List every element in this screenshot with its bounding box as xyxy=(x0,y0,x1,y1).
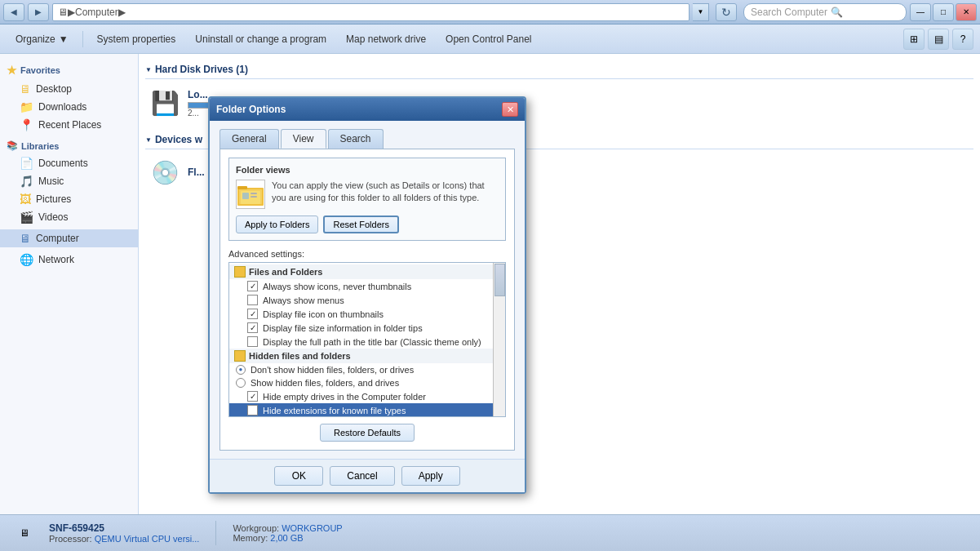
checkbox-file-size-info[interactable] xyxy=(247,322,258,333)
folder-views-description: You can apply the view (such as Details … xyxy=(272,180,499,205)
device-name: Fl... xyxy=(188,167,205,178)
tab-search[interactable]: Search xyxy=(328,129,384,149)
advanced-settings-list[interactable]: Files and Folders Always show icons, nev… xyxy=(228,262,506,417)
checkbox-file-icon-thumbnails[interactable] xyxy=(247,309,258,319)
sidebar-item-desktop[interactable]: 🖥 Desktop xyxy=(0,80,138,98)
libraries-icon: 📚 xyxy=(7,140,18,151)
checkbox-hide-extensions[interactable] xyxy=(247,405,258,415)
sidebar-item-music[interactable]: 🎵 Music xyxy=(0,172,138,190)
computer-icon: 🖥 xyxy=(20,232,31,245)
folder-views-section: Folder views xyxy=(228,158,506,241)
adv-item-file-icon-thumbnails[interactable]: Display file icon on thumbnails xyxy=(229,307,505,321)
folder-views-title: Folder views xyxy=(236,165,499,175)
sidebar-item-videos[interactable]: 🎬 Videos xyxy=(0,208,138,226)
svg-rect-1 xyxy=(237,186,247,189)
sidebar-item-computer[interactable]: 🖥 Computer xyxy=(0,229,138,247)
radio-dont-show[interactable] xyxy=(236,365,246,375)
view-toggle-button[interactable]: ▤ xyxy=(928,29,949,50)
adv-item-always-menus[interactable]: Always show menus xyxy=(229,293,505,307)
network-section: 🌐 Network xyxy=(0,251,138,269)
status-workgroup: Workgroup: WORKGROUP xyxy=(233,523,342,533)
adv-item-hide-extensions[interactable]: Hide extensions for known file types xyxy=(229,403,505,417)
files-folders-label: Files and Folders xyxy=(249,267,322,277)
favorites-section: ★ Favorites 🖥 Desktop 📁 Downloads 📍 Rece… xyxy=(0,60,138,134)
sidebar-item-documents[interactable]: 📄 Documents xyxy=(0,154,138,172)
adv-radio-show[interactable]: Show hidden files, folders, and drives xyxy=(229,376,505,389)
search-bar[interactable]: Search Computer 🔍 xyxy=(743,3,907,21)
close-button[interactable]: ✕ xyxy=(956,3,977,21)
hide-extensions-label: Hide extensions for known file types xyxy=(263,406,406,415)
adv-item-hide-empty-drives[interactable]: Hide empty drives in the Computer folder xyxy=(229,389,505,403)
maximize-button[interactable]: □ xyxy=(933,3,954,21)
status-processor: Processor: QEMU Virtual CPU versi... xyxy=(49,534,199,544)
forward-button[interactable]: ▶ xyxy=(28,3,49,21)
pictures-icon: 🖼 xyxy=(20,193,31,206)
address-dropdown[interactable]: ▼ xyxy=(693,3,709,21)
adv-item-full-path[interactable]: Display the full path in the title bar (… xyxy=(229,335,505,349)
uninstall-button[interactable]: Uninstall or change a program xyxy=(186,29,335,50)
open-control-panel-button[interactable]: Open Control Panel xyxy=(437,29,540,50)
minimize-button[interactable]: — xyxy=(910,3,931,21)
radio-show[interactable] xyxy=(236,378,246,388)
cancel-button[interactable]: Cancel xyxy=(330,466,394,486)
back-button[interactable]: ◀ xyxy=(3,3,24,21)
memory-value: 2,00 GB xyxy=(270,533,303,543)
refresh-button[interactable]: ↻ xyxy=(716,3,737,21)
dialog-close-button[interactable]: ✕ xyxy=(502,102,518,117)
drive-icon: 💾 xyxy=(149,91,181,117)
favorites-header[interactable]: ★ Favorites xyxy=(0,60,138,80)
title-bar-controls: — □ ✕ xyxy=(910,3,977,21)
tab-view[interactable]: View xyxy=(281,129,326,149)
system-properties-button[interactable]: System properties xyxy=(88,29,185,50)
sidebar: ★ Favorites 🖥 Desktop 📁 Downloads 📍 Rece… xyxy=(0,54,139,514)
ok-button[interactable]: OK xyxy=(274,466,323,486)
favorites-label: Favorites xyxy=(20,65,60,75)
folder-options-dialog: Folder Options ✕ General View Search Fol… xyxy=(208,96,526,494)
device-icon: 💿 xyxy=(149,159,181,185)
sidebar-item-pictures[interactable]: 🖼 Pictures xyxy=(0,190,138,208)
organize-button[interactable]: Organize ▼ xyxy=(7,29,78,50)
workgroup-label: Workgroup: xyxy=(233,523,279,533)
libraries-header[interactable]: 📚 Libraries xyxy=(0,137,138,154)
pictures-label: Pictures xyxy=(36,193,71,205)
scrollbar-thumb[interactable] xyxy=(494,264,505,296)
tab-general[interactable]: General xyxy=(220,129,279,149)
checkbox-always-icons[interactable] xyxy=(247,281,258,291)
network-label: Network xyxy=(38,254,74,265)
apply-to-folders-button[interactable]: Apply to Folders xyxy=(236,216,318,233)
status-info: SNF-659425 Processor: QEMU Virtual CPU v… xyxy=(49,522,199,544)
documents-icon: 📄 xyxy=(20,157,33,170)
apply-button[interactable]: Apply xyxy=(401,466,460,486)
adv-item-always-icons[interactable]: Always show icons, never thumbnails xyxy=(229,279,505,293)
sidebar-item-network[interactable]: 🌐 Network xyxy=(0,251,138,269)
restore-defaults-button[interactable]: Restore Defaults xyxy=(320,424,415,442)
memory-label: Memory: xyxy=(233,533,268,543)
adv-item-file-size-info[interactable]: Display file size information in folder … xyxy=(229,321,505,335)
status-workgroup-info: Workgroup: WORKGROUP Memory: 2,00 GB xyxy=(233,523,342,543)
status-bar: 🖥 SNF-659425 Processor: QEMU Virtual CPU… xyxy=(0,514,980,551)
recent-places-icon: 📍 xyxy=(20,118,33,131)
view-options-button[interactable]: ⊞ xyxy=(903,29,925,50)
hide-empty-drives-label: Hide empty drives in the Computer folder xyxy=(263,392,426,402)
adv-radio-dont-show[interactable]: Don't show hidden files, folders, or dri… xyxy=(229,363,505,376)
dialog-title: Folder Options xyxy=(216,104,502,115)
scrollbar-track[interactable] xyxy=(493,263,505,416)
map-network-button[interactable]: Map network drive xyxy=(337,29,435,50)
checkbox-hide-empty-drives[interactable] xyxy=(247,391,258,402)
documents-label: Documents xyxy=(38,158,88,169)
downloads-label: Downloads xyxy=(38,101,86,113)
computer-label: Computer xyxy=(36,233,79,244)
sidebar-item-downloads[interactable]: 📁 Downloads xyxy=(0,98,138,116)
device-info: Fl... xyxy=(188,167,205,178)
organize-arrow: ▼ xyxy=(59,33,69,45)
help-button[interactable]: ? xyxy=(952,29,973,50)
checkbox-full-path[interactable] xyxy=(247,336,258,347)
checkbox-always-menus[interactable] xyxy=(247,295,258,305)
dialog-body: General View Search Folder views xyxy=(210,121,525,459)
reset-folders-button[interactable]: Reset Folders xyxy=(323,216,398,233)
files-folders-icon xyxy=(234,266,246,278)
sidebar-item-recent-places[interactable]: 📍 Recent Places xyxy=(0,116,138,134)
address-bar: 🖥 ▶ Computer ▶ xyxy=(52,3,690,21)
hidden-files-label: Hidden files and folders xyxy=(249,351,351,361)
advanced-settings-label: Advanced settings: xyxy=(228,249,506,259)
